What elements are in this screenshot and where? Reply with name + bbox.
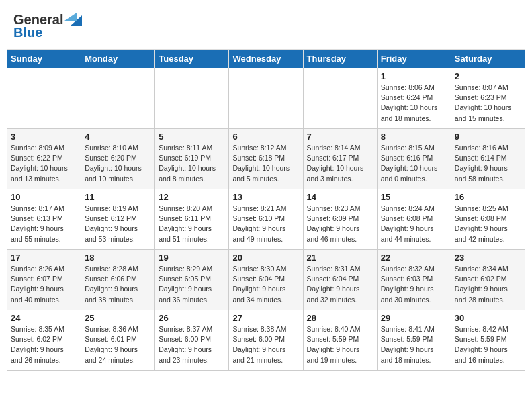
day-info: Sunrise: 8:28 AM Sunset: 6:06 PM Dayligh… [85, 264, 151, 305]
day-number: 23 [455, 253, 521, 263]
day-number: 16 [455, 192, 521, 202]
day-cell: 16Sunrise: 8:25 AM Sunset: 6:08 PM Dayli… [451, 189, 525, 250]
day-cell: 14Sunrise: 8:23 AM Sunset: 6:09 PM Dayli… [303, 189, 377, 250]
day-info: Sunrise: 8:11 AM Sunset: 6:19 PM Dayligh… [159, 143, 225, 184]
day-number: 2 [455, 71, 521, 81]
day-info: Sunrise: 8:40 AM Sunset: 5:59 PM Dayligh… [307, 324, 373, 365]
calendar-table: SundayMondayTuesdayWednesdayThursdayFrid… [7, 49, 525, 371]
day-info: Sunrise: 8:16 AM Sunset: 6:14 PM Dayligh… [455, 143, 521, 184]
svg-marker-1 [64, 13, 77, 21]
day-info: Sunrise: 8:24 AM Sunset: 6:08 PM Dayligh… [381, 203, 447, 244]
calendar-header-row: SundayMondayTuesdayWednesdayThursdayFrid… [7, 50, 525, 68]
day-number: 20 [232, 253, 299, 263]
day-cell: 9Sunrise: 8:16 AM Sunset: 6:14 PM Daylig… [451, 129, 525, 189]
day-cell [303, 68, 377, 129]
day-cell: 28Sunrise: 8:40 AM Sunset: 5:59 PM Dayli… [303, 310, 377, 371]
day-number: 4 [85, 132, 151, 142]
day-number: 13 [232, 192, 299, 202]
day-info: Sunrise: 8:07 AM Sunset: 6:23 PM Dayligh… [455, 83, 521, 124]
day-cell: 4Sunrise: 8:10 AM Sunset: 6:20 PM Daylig… [81, 129, 155, 189]
day-header-tuesday: Tuesday [155, 50, 229, 68]
day-cell: 25Sunrise: 8:36 AM Sunset: 6:01 PM Dayli… [81, 310, 155, 371]
day-info: Sunrise: 8:09 AM Sunset: 6:22 PM Dayligh… [11, 143, 77, 184]
day-cell: 30Sunrise: 8:42 AM Sunset: 5:59 PM Dayli… [451, 310, 525, 371]
day-info: Sunrise: 8:10 AM Sunset: 6:20 PM Dayligh… [85, 143, 151, 184]
day-header-friday: Friday [377, 50, 451, 68]
day-info: Sunrise: 8:34 AM Sunset: 6:02 PM Dayligh… [455, 264, 521, 305]
day-number: 27 [232, 313, 299, 323]
day-cell: 12Sunrise: 8:20 AM Sunset: 6:11 PM Dayli… [155, 189, 229, 250]
day-info: Sunrise: 8:14 AM Sunset: 6:17 PM Dayligh… [307, 143, 373, 184]
day-cell: 5Sunrise: 8:11 AM Sunset: 6:19 PM Daylig… [155, 129, 229, 189]
day-info: Sunrise: 8:17 AM Sunset: 6:13 PM Dayligh… [11, 203, 77, 244]
day-number: 11 [85, 192, 151, 202]
week-row-4: 17Sunrise: 8:26 AM Sunset: 6:07 PM Dayli… [7, 250, 525, 310]
day-number: 1 [381, 71, 447, 81]
day-info: Sunrise: 8:19 AM Sunset: 6:12 PM Dayligh… [85, 203, 151, 244]
day-cell: 10Sunrise: 8:17 AM Sunset: 6:13 PM Dayli… [7, 189, 81, 250]
day-info: Sunrise: 8:35 AM Sunset: 6:02 PM Dayligh… [11, 324, 77, 365]
week-row-1: 1Sunrise: 8:06 AM Sunset: 6:24 PM Daylig… [7, 68, 525, 129]
day-info: Sunrise: 8:06 AM Sunset: 6:24 PM Dayligh… [381, 83, 447, 124]
day-number: 9 [455, 132, 521, 142]
day-number: 28 [307, 313, 373, 323]
day-cell: 13Sunrise: 8:21 AM Sunset: 6:10 PM Dayli… [229, 189, 303, 250]
day-number: 5 [159, 132, 225, 142]
day-number: 30 [455, 313, 521, 323]
day-info: Sunrise: 8:31 AM Sunset: 6:04 PM Dayligh… [307, 264, 373, 305]
day-info: Sunrise: 8:20 AM Sunset: 6:11 PM Dayligh… [159, 203, 225, 244]
day-cell [155, 68, 229, 129]
day-info: Sunrise: 8:42 AM Sunset: 5:59 PM Dayligh… [455, 324, 521, 365]
day-cell: 20Sunrise: 8:30 AM Sunset: 6:04 PM Dayli… [229, 250, 303, 310]
page-header: General Blue [7, 7, 525, 44]
day-info: Sunrise: 8:26 AM Sunset: 6:07 PM Dayligh… [11, 264, 77, 305]
week-row-2: 3Sunrise: 8:09 AM Sunset: 6:22 PM Daylig… [7, 129, 525, 189]
day-number: 6 [232, 132, 299, 142]
day-info: Sunrise: 8:25 AM Sunset: 6:08 PM Dayligh… [455, 203, 521, 244]
day-cell: 3Sunrise: 8:09 AM Sunset: 6:22 PM Daylig… [7, 129, 81, 189]
day-number: 18 [85, 253, 151, 263]
day-cell: 22Sunrise: 8:32 AM Sunset: 6:03 PM Dayli… [377, 250, 451, 310]
day-header-thursday: Thursday [303, 50, 377, 68]
day-cell: 23Sunrise: 8:34 AM Sunset: 6:02 PM Dayli… [451, 250, 525, 310]
day-cell: 24Sunrise: 8:35 AM Sunset: 6:02 PM Dayli… [7, 310, 81, 371]
day-number: 17 [11, 253, 77, 263]
day-number: 22 [381, 253, 447, 263]
day-cell: 26Sunrise: 8:37 AM Sunset: 6:00 PM Dayli… [155, 310, 229, 371]
day-cell: 21Sunrise: 8:31 AM Sunset: 6:04 PM Dayli… [303, 250, 377, 310]
day-number: 15 [381, 192, 447, 202]
day-cell: 8Sunrise: 8:15 AM Sunset: 6:16 PM Daylig… [377, 129, 451, 189]
day-header-saturday: Saturday [451, 50, 525, 68]
day-info: Sunrise: 8:30 AM Sunset: 6:04 PM Dayligh… [232, 264, 299, 305]
day-number: 7 [307, 132, 373, 142]
day-header-monday: Monday [81, 50, 155, 68]
day-info: Sunrise: 8:37 AM Sunset: 6:00 PM Dayligh… [159, 324, 225, 365]
day-info: Sunrise: 8:15 AM Sunset: 6:16 PM Dayligh… [381, 143, 447, 184]
day-cell [81, 68, 155, 129]
day-info: Sunrise: 8:12 AM Sunset: 6:18 PM Dayligh… [232, 143, 299, 184]
week-row-3: 10Sunrise: 8:17 AM Sunset: 6:13 PM Dayli… [7, 189, 525, 250]
day-number: 25 [85, 313, 151, 323]
day-cell: 1Sunrise: 8:06 AM Sunset: 6:24 PM Daylig… [377, 68, 451, 129]
day-number: 24 [11, 313, 77, 323]
day-info: Sunrise: 8:38 AM Sunset: 6:00 PM Dayligh… [232, 324, 299, 365]
day-number: 21 [307, 253, 373, 263]
day-info: Sunrise: 8:23 AM Sunset: 6:09 PM Dayligh… [307, 203, 373, 244]
day-info: Sunrise: 8:21 AM Sunset: 6:10 PM Dayligh… [232, 203, 299, 244]
day-number: 8 [381, 132, 447, 142]
day-cell: 18Sunrise: 8:28 AM Sunset: 6:06 PM Dayli… [81, 250, 155, 310]
day-info: Sunrise: 8:41 AM Sunset: 5:59 PM Dayligh… [381, 324, 447, 365]
day-cell: 6Sunrise: 8:12 AM Sunset: 6:18 PM Daylig… [229, 129, 303, 189]
day-cell [229, 68, 303, 129]
day-number: 3 [11, 132, 77, 142]
day-cell: 27Sunrise: 8:38 AM Sunset: 6:00 PM Dayli… [229, 310, 303, 371]
logo-icon [64, 13, 82, 28]
day-header-wednesday: Wednesday [229, 50, 303, 68]
day-number: 12 [159, 192, 225, 202]
day-cell: 17Sunrise: 8:26 AM Sunset: 6:07 PM Dayli… [7, 250, 81, 310]
day-info: Sunrise: 8:32 AM Sunset: 6:03 PM Dayligh… [381, 264, 447, 305]
day-info: Sunrise: 8:29 AM Sunset: 6:05 PM Dayligh… [159, 264, 225, 305]
day-number: 10 [11, 192, 77, 202]
day-cell: 29Sunrise: 8:41 AM Sunset: 5:59 PM Dayli… [377, 310, 451, 371]
day-number: 19 [159, 253, 225, 263]
